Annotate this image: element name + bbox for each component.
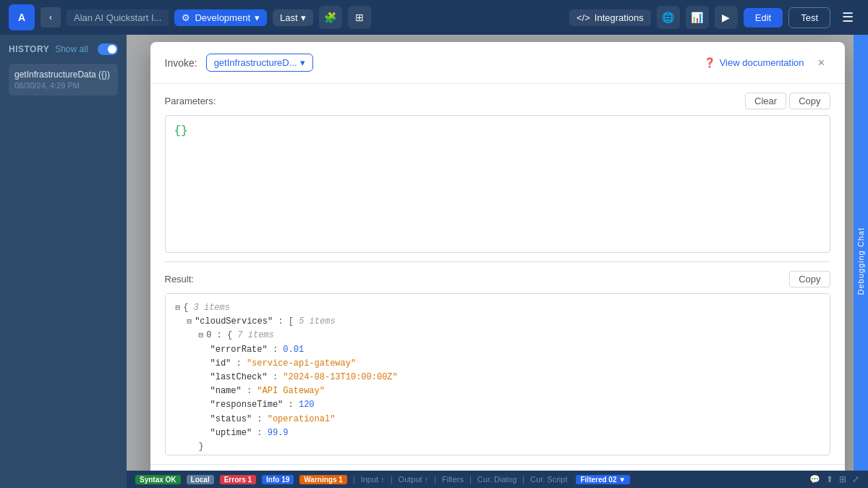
branch-chevron-icon: ▾	[255, 12, 260, 23]
history-item[interactable]: getInfrastructureData ({}) 08/30/24, 4:2…	[9, 64, 118, 96]
result-section: Result: Copy ⊟{ 3 items ⊟"cloudServices"…	[150, 262, 845, 464]
test-button[interactable]: Test	[788, 7, 830, 28]
cur-script-label[interactable]: Cur. Script	[530, 475, 567, 484]
edit-button[interactable]: Edit	[744, 8, 783, 28]
params-label: Parameters:	[165, 96, 746, 106]
bottom-bar: Syntax OK Local Errors 1 Info 19 Warning…	[127, 471, 868, 488]
help-label: View documentation	[720, 57, 804, 68]
navbar: A ‹ Alan AI Quickstart I... ⚙ Developmen…	[0, 0, 868, 35]
result-label: Result:	[165, 274, 790, 285]
share-icon[interactable]: ⬆	[826, 474, 833, 484]
function-chevron-icon: ▾	[300, 57, 305, 68]
history-item-name: getInfrastructureData ({})	[14, 70, 112, 80]
separator1: |	[353, 475, 355, 484]
modal-header: Invoke: getInfrastructureD... ▾ ❓ View d…	[150, 42, 845, 84]
invoke-modal: Invoke: getInfrastructureD... ▾ ❓ View d…	[150, 42, 845, 488]
code-icon: </>	[576, 12, 590, 23]
menu-button[interactable]: ☰	[836, 6, 859, 29]
help-circle-icon: ❓	[704, 57, 715, 68]
result-json-viewer[interactable]: ⊟{ 3 items ⊟"cloudServices" : [ 5 items …	[165, 293, 830, 455]
history-item-date: 08/30/24, 4:29 PM	[14, 81, 112, 90]
project-title: Alan AI Quickstart I...	[67, 9, 169, 26]
local-badge: Local	[187, 475, 214, 484]
grid-icon-button[interactable]: ⊞	[348, 6, 371, 29]
cur-dialog-label[interactable]: Cur. Dialog	[477, 475, 516, 484]
function-name-label: getInfrastructureD...	[214, 57, 297, 68]
time-label: Last	[280, 12, 298, 23]
show-all-link[interactable]: Show all	[55, 44, 88, 54]
sidebar-title: HISTORY	[9, 44, 49, 54]
branch-icon: ⚙	[182, 12, 190, 23]
integrations-label: Integrations	[595, 12, 644, 23]
syntax-ok-badge: Syntax OK	[135, 475, 181, 484]
separator2: |	[391, 475, 393, 484]
grid-bottom-icon[interactable]: ⊞	[839, 474, 846, 484]
separator4: |	[469, 475, 472, 484]
back-button[interactable]: ‹	[41, 7, 61, 28]
close-button[interactable]: ×	[813, 54, 830, 72]
copy-params-button[interactable]: Copy	[789, 93, 830, 109]
globe-icon-button[interactable]: 🌐	[657, 6, 680, 29]
info-badge[interactable]: Info 19	[262, 475, 294, 484]
bottom-icons: 💬 ⬆ ⊞ ⤢	[809, 474, 859, 484]
main-area: Invoke: getInfrastructureD... ▾ ❓ View d…	[127, 35, 868, 488]
debug-chat-panel[interactable]: Debugging Chat	[854, 35, 868, 488]
chat-icon[interactable]: 💬	[809, 474, 820, 484]
output-label[interactable]: Output ↑	[399, 475, 429, 484]
modal-overlay: Invoke: getInfrastructureD... ▾ ❓ View d…	[127, 35, 868, 488]
app-logo: A	[9, 4, 35, 30]
result-header: Result: Copy	[165, 271, 830, 287]
invoke-label: Invoke:	[165, 57, 197, 69]
parameters-section: Parameters: Clear Copy {}	[150, 84, 845, 261]
filtered-badge[interactable]: Filtered 02 ▼	[576, 475, 630, 484]
params-editor[interactable]: {}	[165, 115, 830, 253]
view-documentation-link[interactable]: ❓ View documentation	[704, 57, 804, 68]
puzzle-icon-button[interactable]: 🧩	[319, 6, 342, 29]
time-selector[interactable]: Last ▾	[273, 9, 313, 26]
play-icon-button[interactable]: ▶	[715, 6, 738, 29]
function-selector[interactable]: getInfrastructureD... ▾	[206, 54, 313, 72]
separator3: |	[434, 475, 436, 484]
time-chevron-icon: ▾	[301, 12, 306, 23]
warnings-badge[interactable]: Warnings 1	[299, 475, 347, 484]
integrations-button[interactable]: </> Integrations	[569, 9, 651, 26]
collapse-item0-icon[interactable]: ⊟	[199, 331, 204, 340]
collapse-root-icon[interactable]: ⊟	[176, 303, 181, 312]
sidebar-header: HISTORY Show all	[9, 43, 118, 55]
input-label[interactable]: Input ↑	[361, 475, 385, 484]
branch-label: Development	[195, 12, 250, 23]
clear-button[interactable]: Clear	[745, 93, 786, 109]
json-icon: {}	[174, 125, 188, 138]
errors-badge[interactable]: Errors 1	[220, 475, 256, 484]
separator5: |	[522, 475, 524, 484]
copy-result-button[interactable]: Copy	[789, 271, 830, 287]
history-toggle[interactable]	[98, 43, 118, 55]
expand-icon[interactable]: ⤢	[852, 474, 859, 484]
branch-selector[interactable]: ⚙ Development ▾	[174, 9, 267, 26]
history-sidebar: HISTORY Show all getInfrastructureData (…	[0, 35, 127, 488]
debug-panel-label: Debugging Chat	[856, 227, 865, 295]
chart-icon-button[interactable]: 📊	[686, 6, 709, 29]
params-header: Parameters: Clear Copy	[165, 93, 830, 109]
filters-label[interactable]: Filters	[442, 475, 464, 484]
collapse-cloud-icon[interactable]: ⊟	[187, 317, 192, 326]
